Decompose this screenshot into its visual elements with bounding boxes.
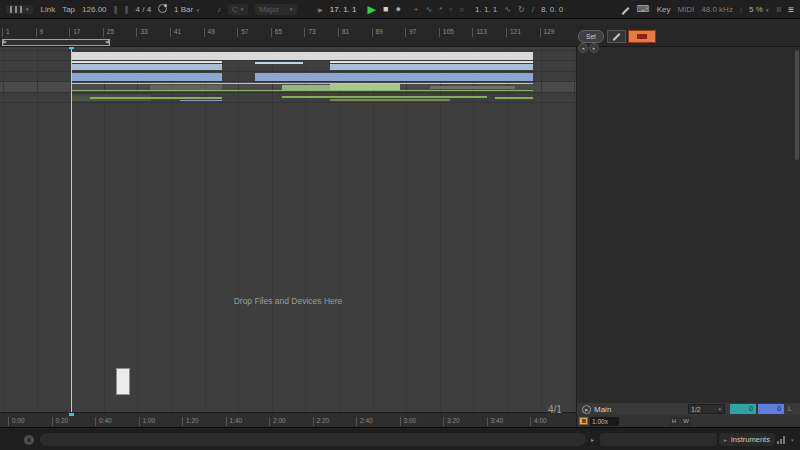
metronome-button[interactable] [158,4,167,15]
stop-button[interactable]: ■ [383,5,388,14]
height-zoom-button[interactable]: H [669,417,679,426]
fade-button[interactable]: ∿ [504,5,511,14]
grid-line [339,46,340,412]
controller-selector[interactable]: ▼ [6,5,33,14]
time-ruler-label: 0:00 [8,417,25,426]
pencil-icon [621,7,629,15]
playback-speed-display[interactable]: 1.00x [590,417,619,426]
bar-ruler-label: 33 [136,28,147,37]
clip-segment[interactable] [495,97,533,99]
computer-midi-keyboard-button[interactable]: ⌨ [637,4,650,14]
chevron-down-icon[interactable]: ▾ [791,437,794,443]
loop-start-display[interactable]: 1. 1. 1 [475,5,497,14]
clip-segment[interactable] [71,64,222,70]
next-locator-button[interactable]: ▸ [589,43,599,53]
loop-length-display[interactable]: 8. 0. 0 [541,5,563,14]
bar-ruler-label: 105 [439,28,454,37]
nudge-up-button[interactable]: ∥ [125,5,129,14]
scale-root-select[interactable]: C▼ [228,4,248,15]
draw-automation-button[interactable] [607,30,626,43]
clip-segment[interactable] [71,61,222,63]
play-icon[interactable]: ▸ [591,436,594,443]
nudge-down-button[interactable]: ∥ [114,5,118,14]
playhead-marker-icon [69,413,74,416]
grid-line [37,46,38,412]
clip-segment[interactable] [71,52,533,60]
main-pan-knob[interactable]: 0 [730,404,756,414]
punch-button[interactable]: ▫ [449,5,452,14]
bar-ruler[interactable]: 191725334149576573818997105113121129 Set… [0,18,800,47]
main-track-header[interactable]: ▶ Main 1/2▼ 0 0 L [577,403,800,415]
clip-segment[interactable] [282,96,487,98]
bar-ruler-label: 113 [472,28,486,37]
vertical-scrollbar[interactable] [795,50,799,160]
clip-segment[interactable] [430,86,515,89]
highlight-box[interactable] [116,368,130,395]
lane-separator [0,102,576,103]
re-enable-automation-button[interactable]: * [439,5,442,14]
clip-segment[interactable] [255,73,533,81]
time-signature-marker: 4/1 [548,404,562,415]
back-to-arrangement-button[interactable] [628,30,656,43]
bar-ruler-label: 9 [36,28,44,37]
draw-mode-button[interactable] [621,5,630,14]
selected-track-chip[interactable]: ▸ Instruments [719,433,775,446]
bar-ruler-label: 49 [204,28,215,37]
bar-ruler-label: 81 [338,28,349,37]
selected-track-name: Instruments [731,435,770,444]
grid-size-select[interactable]: 1/2▼ [688,404,725,414]
clip-segment[interactable] [71,90,533,91]
loop-switch-button[interactable]: ↻ [518,5,525,14]
cpu-load-display[interactable]: 5 % ▼ [749,5,770,14]
follow-button[interactable]: -▶ [316,6,323,13]
clip-segment[interactable] [330,64,533,70]
scale-name-select[interactable]: Major▼ [255,4,297,15]
clip-segment[interactable] [330,99,450,101]
overdub-button[interactable]: + [414,5,419,14]
bar-ruler-label: 41 [170,28,181,37]
arrangement-area[interactable]: Drop Files and Devices Here [0,46,576,412]
quantize-menu[interactable]: 1 Bar ▼ [174,5,200,14]
previous-locator-button[interactable]: ◂ [578,43,588,53]
tap-tempo-button[interactable]: Tap [62,5,75,14]
clip-segment[interactable] [90,97,222,99]
lane-separator [0,92,576,93]
track-header-panel [576,46,800,403]
arrangement-position-display[interactable]: 17. 1. 1 [330,5,357,14]
key-map-button[interactable]: Key [657,5,671,14]
tempo-leader-icon[interactable] [579,417,588,425]
width-zoom-button[interactable]: W [681,417,691,426]
chevron-down-icon: ▼ [718,407,722,412]
bar-ruler-label: 57 [237,28,248,37]
play-icon: ▸ [724,437,727,443]
clip-segment[interactable] [330,61,533,63]
set-locator-button[interactable]: Set [578,30,604,43]
clip-segment[interactable] [71,83,533,84]
ramp-button[interactable]: / [532,5,534,14]
main-volume-slider[interactable]: 0 [758,404,784,414]
time-ruler[interactable]: 0:000:200:401:001:201:402:002:202:403:00… [0,412,576,428]
grid-line [238,46,239,412]
play-button[interactable]: ▶ [368,4,376,15]
time-signature-display[interactable]: 4 / 4 [136,5,152,14]
output-meter-icon[interactable] [777,435,785,444]
menu-icon[interactable]: ≡ [788,4,794,15]
bar-ruler-label: 25 [103,28,114,37]
toolbar-divider: | [740,5,742,14]
clip-segment[interactable] [255,62,303,64]
info-icon[interactable] [24,435,34,445]
lane-separator [0,50,576,51]
time-ruler-label: 0:40 [95,417,112,426]
record-button[interactable]: ● [395,5,400,14]
arrangement-loop-brace[interactable] [2,39,110,46]
link-button[interactable]: Link [40,5,55,14]
tempo-display[interactable]: 126.00 [82,5,106,14]
clip-segment[interactable] [71,73,222,81]
fold-icon[interactable]: ▶ [582,405,591,414]
automation-arm-button[interactable]: ∿ [426,5,433,14]
sample-rate-display: 48.0 kHz [701,5,733,14]
midi-map-button[interactable]: MIDI [677,5,694,14]
lock-button[interactable]: L [788,405,792,412]
clip-segment[interactable] [180,100,222,101]
capture-midi-button[interactable]: ○ [459,5,464,14]
